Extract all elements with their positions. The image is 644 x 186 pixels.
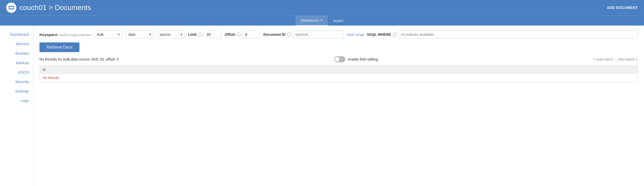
n1ql-where-label: N1QL WHERE [367, 32, 391, 37]
keyspace-label: Keyspace [39, 32, 57, 37]
keyspace-row: Keyspace bucket.scope.collection bulk ▼ … [39, 31, 638, 38]
sidebar-item-security[interactable]: Security [0, 77, 33, 86]
scope-dropdown-wrapper: data ▼ [126, 31, 154, 38]
table-body: No Results [40, 74, 638, 82]
sidebar-item-servers[interactable]: Servers [0, 39, 33, 49]
field-editing-toggle[interactable] [334, 56, 345, 62]
table-header: id [40, 66, 638, 74]
field-editing-label: enable field editing [348, 57, 378, 61]
scope-dropdown[interactable]: data [126, 31, 154, 38]
collection-dropdown-wrapper: source ▼ [157, 31, 185, 38]
document-id-input[interactable] [293, 31, 344, 38]
sidebar-item-dashboard[interactable]: Dashboard [0, 30, 33, 39]
batch-separator: | [615, 57, 616, 61]
sidebar: Dashboard Servers Buckets Backup XDCR Se… [0, 26, 33, 186]
header-left: couch01 > Documents [6, 3, 91, 13]
prev-batch-button[interactable]: < prev batch [593, 57, 613, 61]
tab-workbench[interactable]: Workbench ▼ [296, 16, 328, 26]
limit-input[interactable] [204, 31, 222, 38]
app-logo [6, 3, 16, 13]
retrieve-docs-button[interactable]: Retrieve Docs [39, 42, 79, 52]
batch-nav: < prev batch | next batch > [593, 57, 638, 61]
content-area: Keyspace bucket.scope.collection bulk ▼ … [33, 26, 644, 186]
table-row: No Results [40, 74, 638, 82]
sidebar-item-logs[interactable]: Logs [0, 96, 33, 105]
bucket-dropdown-wrapper: bulk ▼ [94, 31, 122, 38]
keyspace-hint: bucket.scope.collection [59, 33, 91, 37]
offset-group: Offset i [225, 31, 260, 38]
document-id-group: Document ID i [263, 31, 344, 38]
sidebar-item-backup[interactable]: Backup [0, 58, 33, 67]
add-document-button[interactable]: ADD DOCUMENT [607, 6, 638, 10]
tab-import[interactable]: Import [328, 16, 348, 26]
bucket-dropdown[interactable]: bulk [94, 31, 122, 38]
document-id-label: Document ID [263, 32, 285, 37]
offset-info-icon: i [237, 32, 241, 37]
main-layout: Dashboard Servers Buckets Backup XDCR Se… [0, 26, 644, 186]
n1ql-where-info-icon: i [393, 32, 397, 37]
n1ql-where-input[interactable] [398, 31, 638, 38]
sidebar-item-buckets[interactable]: Buckets [0, 49, 33, 58]
offset-input[interactable] [242, 31, 260, 38]
keyspace-group: Keyspace bucket.scope.collection [39, 32, 91, 37]
page-title: couch01 > Documents [19, 4, 91, 12]
no-results-status: No Results for bulk.data.source, limit: … [39, 57, 119, 61]
document-id-info-icon: i [287, 32, 291, 37]
offset-label: Offset [225, 32, 235, 37]
table-col-id: id [40, 66, 638, 74]
no-results-row: No Results for bulk.data.source, limit: … [39, 56, 638, 62]
limit-info-icon: i [198, 32, 202, 37]
header: couch01 > Documents ADD DOCUMENT [0, 0, 644, 15]
table-header-row: id [40, 66, 638, 74]
documents-table: id No Results [39, 65, 638, 82]
sidebar-item-settings[interactable]: Settings [0, 86, 33, 96]
toggle-knob [335, 57, 339, 62]
next-batch-button[interactable]: next batch > [618, 57, 638, 61]
sidebar-item-xdcr[interactable]: XDCR [0, 67, 33, 77]
field-editing-group: enable field editing [334, 56, 378, 62]
chevron-down-icon: ▼ [320, 19, 323, 22]
no-results-cell: No Results [40, 74, 638, 82]
n1ql-where-group: N1QL WHERE i [367, 31, 638, 38]
documents-table-container: id No Results [39, 65, 638, 82]
tab-bar: Workbench ▼ Import [0, 15, 644, 26]
limit-label: Limit [188, 32, 196, 37]
show-range-link[interactable]: show range [347, 33, 364, 37]
collection-dropdown[interactable]: source [157, 31, 185, 38]
limit-group: Limit i [188, 31, 222, 38]
